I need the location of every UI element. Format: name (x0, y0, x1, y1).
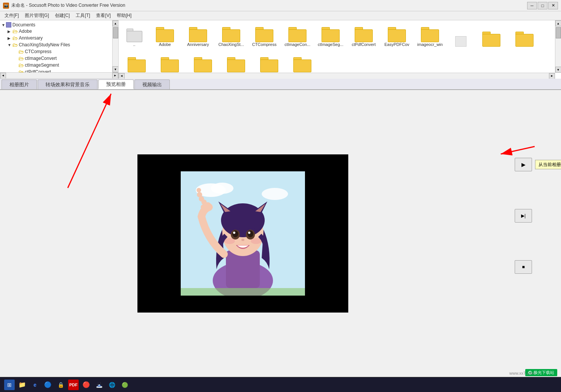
file-item-ctpdfconvert[interactable]: ctPdfConvert (347, 22, 380, 47)
tab-transition[interactable]: 转场效果和背景音乐 (38, 79, 98, 89)
anime-image (181, 171, 305, 296)
taskbar-start[interactable]: ⊞ (4, 380, 15, 390)
taskbar-red[interactable]: 🔴 (81, 380, 91, 390)
stop-button[interactable]: ■ (515, 260, 532, 274)
menu-tools[interactable]: 工具[T] (73, 12, 93, 20)
scroll-down-arrow[interactable]: ▼ (113, 66, 119, 72)
tree-scrollbar[interactable]: ▲ ▼ (112, 20, 118, 72)
title-left: 📷 未命名 - Socusoft Photo to Video Converte… (3, 2, 125, 9)
file-item-r8[interactable] (253, 47, 286, 73)
menu-create[interactable]: 创建[C] (52, 12, 73, 20)
menu-photos[interactable]: 图片管理[G] (22, 12, 52, 20)
play-button[interactable]: ▶ (515, 158, 532, 171)
svg-rect-28 (181, 288, 305, 296)
tab-output[interactable]: 视频输出 (134, 79, 170, 89)
taskbar-globe[interactable]: 🌐 (107, 380, 117, 390)
svg-point-21 (251, 238, 261, 244)
file-item-ctcompress[interactable]: CTCompress (248, 22, 281, 47)
hscroll-right[interactable]: ► (112, 73, 118, 79)
tree-item-ctcompress[interactable]: 🗁 CTCompress (0, 48, 118, 55)
taskbar-pdf[interactable]: PDF (68, 380, 79, 390)
taskbar-green[interactable]: 🟢 (119, 380, 130, 390)
file-item-ctimagecon[interactable]: ctImageCon... (281, 22, 314, 47)
play-icon: ▶ (521, 162, 526, 168)
file-item-imageocr[interactable]: imageocr_win (413, 22, 447, 47)
file-tree[interactable]: ▼ Documents ▶ 🗁 Adobe ▶ 🗁 Anniversary ▼ … (0, 20, 118, 72)
file-item-anniversary[interactable]: Anniversary (181, 22, 215, 47)
vscroll-down[interactable]: ▼ (555, 67, 561, 73)
hscroll-right-file[interactable]: ► (549, 73, 555, 79)
taskbar-blue[interactable]: 🔵 (43, 380, 53, 390)
tree-item-ctpdfconvert[interactable]: 🗁 ctPdfConvert (0, 69, 118, 72)
scroll-thumb[interactable] (113, 27, 118, 38)
top-section: ▼ Documents ▶ 🗁 Adobe ▶ 🗁 Anniversary ▼ … (0, 20, 561, 79)
menu-view[interactable]: 查看[V] (93, 12, 114, 20)
vscroll-thumb-file[interactable] (556, 27, 561, 38)
tabs-bar: 相册图片 转场效果和背景音乐 预览相册 视频输出 (0, 79, 561, 90)
tree-label-adobe: Adobe (19, 29, 32, 34)
tab-photos[interactable]: 相册图片 (2, 79, 37, 89)
file-item-r5[interactable] (153, 47, 186, 73)
tree-hscroll[interactable]: ◄ ► (0, 72, 118, 78)
file-item-r4[interactable] (120, 47, 153, 73)
hscroll-left[interactable]: ◄ (0, 73, 6, 79)
maximize-button[interactable]: □ (538, 2, 547, 9)
file-item-adobe[interactable]: Adobe (148, 22, 181, 47)
taskbar-shield[interactable]: 🔒 (55, 380, 66, 390)
svg-point-18 (248, 232, 250, 234)
menu-help[interactable]: 帮助[H] (114, 12, 134, 20)
tree-item-chaoxing[interactable]: ▼ 🗁 ChaoXingStudyNew Files (0, 41, 118, 48)
tree-label-chaoxing: ChaoXingStudyNew Files (19, 42, 70, 47)
tree-label-anniversary: Anniversary (19, 35, 43, 41)
file-item-ctimageseg[interactable]: ctImageSeg... (314, 22, 347, 47)
file-vscroll[interactable]: ▲ ▼ (555, 20, 561, 73)
file-grid: .. Adobe Anniversary (119, 20, 561, 73)
file-item-r6[interactable] (186, 47, 220, 73)
file-label-parent: .. (133, 42, 135, 47)
svg-point-20 (224, 238, 235, 244)
svg-point-15 (232, 230, 238, 237)
file-tree-panel: ▼ Documents ▶ 🗁 Adobe ▶ 🗁 Anniversary ▼ … (0, 20, 119, 78)
minimize-button[interactable]: ─ (527, 2, 537, 9)
file-item-r1[interactable] (447, 22, 475, 47)
tree-item-adobe[interactable]: ▶ 🗁 Adobe (0, 28, 118, 35)
video-preview (137, 154, 348, 313)
file-item-easypdf[interactable]: EasyPDFCov (380, 22, 413, 47)
file-browser-panel: .. Adobe Anniversary (119, 20, 561, 79)
file-item-r7[interactable] (220, 47, 253, 73)
file-item-parent[interactable]: .. (120, 22, 148, 47)
watermark-site: www.xx7.com (509, 371, 535, 375)
tree-label-documents: Documents (12, 22, 35, 27)
file-label-chaoxing: ChaoXingSt... (218, 42, 244, 47)
play-button-container: ▶ 从当前相册开始位置播放 (515, 158, 532, 171)
file-item-r3[interactable] (508, 22, 541, 47)
file-label-ctimagecon: ctImageCon... (285, 42, 310, 47)
tab-preview[interactable]: 预览相册 (98, 79, 134, 89)
folder-icon-7: 🗁 (18, 69, 24, 72)
hscroll-left-file[interactable]: ◄ (119, 73, 125, 79)
menu-file[interactable]: 文件[F] (2, 12, 22, 20)
vscroll-up[interactable]: ▲ (555, 20, 561, 26)
preview-area (0, 90, 486, 377)
folder-icon-6: 🗁 (18, 62, 24, 68)
file-label-ctpdfconvert: ctPdfConvert (352, 42, 376, 47)
svg-point-2 (211, 183, 233, 194)
file-hscroll[interactable]: ◄ ► (119, 73, 555, 79)
file-item-chaoxing[interactable]: ChaoXingSt... (215, 22, 248, 47)
content-area: ▶ 从当前相册开始位置播放 ▶| ■ (0, 90, 561, 377)
scroll-up-arrow[interactable]: ▲ (113, 20, 119, 26)
file-item-r2[interactable] (475, 22, 508, 47)
file-label-adobe: Adobe (159, 42, 171, 47)
tree-label-ctimageconvert: ctImageConvert (25, 56, 57, 61)
taskbar-mountain[interactable]: 🗻 (94, 380, 104, 390)
file-item-r9[interactable] (286, 47, 319, 73)
tree-item-ctimageconvert[interactable]: 🗁 ctImageConvert (0, 55, 118, 62)
file-label-ctcompress: CTCompress (252, 42, 277, 47)
tree-item-anniversary[interactable]: ▶ 🗁 Anniversary (0, 35, 118, 41)
tree-item-ctimagesegment[interactable]: 🗁 ctImageSegment (0, 62, 118, 69)
tree-item-documents[interactable]: ▼ Documents (0, 22, 118, 28)
taskbar-ie[interactable]: e (30, 380, 40, 390)
taskbar-folder[interactable]: 📁 (17, 380, 27, 390)
step-button[interactable]: ▶| (515, 209, 532, 223)
close-button[interactable]: ✕ (548, 2, 558, 9)
